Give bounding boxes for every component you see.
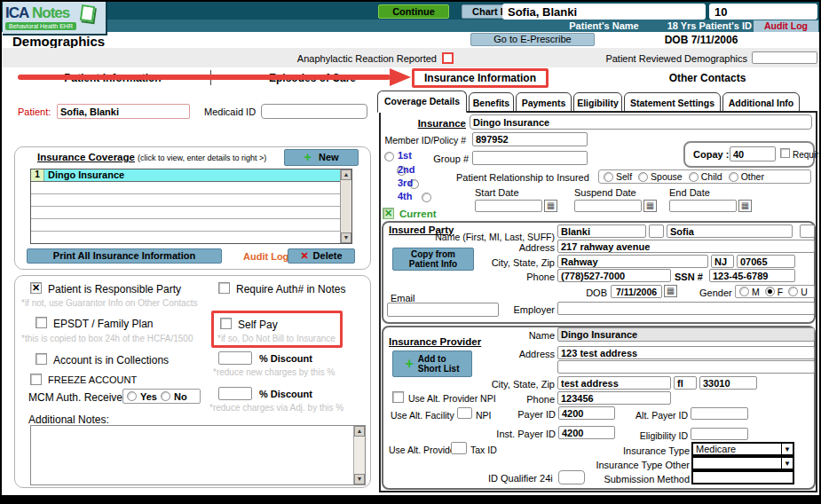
freeze-account-checkbox[interactable] — [30, 374, 42, 385]
use-alt-provider-npi-checkbox[interactable] — [392, 391, 404, 403]
calendar-icon[interactable]: ▦ — [643, 200, 657, 212]
end-date-field[interactable] — [669, 200, 737, 212]
tab-other-contacts[interactable]: Other Contacts — [636, 72, 778, 84]
patient-name-box[interactable]: Sofia, Blanki — [502, 4, 706, 20]
insurance-coverage-listbox[interactable]: 1 Dingo Insurance ▲ ▼ — [30, 169, 352, 244]
insurance-field[interactable] — [470, 114, 812, 130]
submission-method-field[interactable] — [691, 470, 794, 484]
insured-employer-field[interactable] — [557, 302, 815, 315]
relationship-child-radio[interactable] — [689, 172, 699, 182]
insured-zip-field[interactable] — [737, 255, 795, 268]
new-insurance-button[interactable]: + New — [284, 149, 359, 166]
scroll-up-icon[interactable]: ▲ — [341, 169, 351, 180]
epsdt-checkbox[interactable] — [36, 317, 47, 328]
copay-field[interactable] — [730, 146, 776, 161]
insured-last-name-field[interactable] — [557, 224, 646, 238]
discount1-field[interactable] — [218, 351, 252, 365]
insured-state-field[interactable] — [711, 255, 734, 268]
gender-m-radio[interactable] — [739, 287, 749, 296]
insured-email-field[interactable] — [387, 303, 499, 317]
notes-scrollbar[interactable]: ▲ ▼ — [353, 426, 365, 484]
continue-button[interactable]: Continue — [378, 4, 449, 19]
calendar-icon[interactable]: ▦ — [544, 200, 557, 212]
patient-name-field[interactable] — [57, 104, 190, 119]
responsible-party-checkbox[interactable]: ✕ — [30, 282, 42, 294]
eligibility-id-field[interactable] — [691, 428, 748, 440]
subtab-eligibility[interactable]: Eligibility — [573, 92, 622, 112]
scroll-up-icon[interactable]: ▲ — [354, 426, 365, 437]
alt-payer-id-field[interactable] — [691, 407, 748, 420]
insured-city-field[interactable] — [557, 255, 708, 268]
member-id-field[interactable] — [472, 132, 588, 146]
scroll-down-icon[interactable]: ▼ — [341, 232, 351, 243]
start-date-field[interactable] — [475, 200, 542, 212]
gender-u-radio[interactable] — [788, 287, 798, 296]
provider-phone-field[interactable] — [557, 391, 671, 405]
payer-id-field[interactable] — [558, 406, 615, 420]
insured-ssn-field[interactable] — [709, 269, 795, 282]
inst-payer-id-field[interactable] — [558, 426, 615, 439]
dropdown-arrow-icon[interactable]: ▼ — [781, 444, 793, 454]
tab-insurance-information[interactable]: Insurance Information — [424, 72, 536, 84]
insured-mi-field[interactable] — [649, 224, 664, 238]
self-pay-checkbox[interactable] — [220, 318, 232, 329]
require-auth-checkbox[interactable] — [218, 282, 230, 294]
relationship-spouse-radio[interactable] — [638, 172, 648, 182]
calendar-icon[interactable]: ▦ — [664, 285, 677, 297]
insured-dob-field[interactable] — [611, 285, 662, 298]
calendar-icon[interactable]: ▦ — [738, 200, 752, 212]
collections-checkbox[interactable] — [36, 353, 47, 365]
insurance-type-dropdown[interactable]: Medicare ▼ — [691, 442, 794, 456]
print-all-insurance-button[interactable]: Print All Insurance Information — [27, 248, 222, 264]
subtab-benefits[interactable]: Benefits — [469, 92, 514, 112]
delete-insurance-button[interactable]: ✕ Delete — [288, 248, 355, 264]
coverage-row-empty[interactable] — [31, 194, 351, 207]
dropdown-arrow-icon[interactable]: ▼ — [781, 458, 793, 469]
coverage-row-empty[interactable] — [31, 219, 351, 232]
patient-id-box[interactable]: 10 — [709, 4, 817, 20]
suspend-date-field[interactable] — [574, 200, 642, 212]
id-qualifier-field[interactable] — [558, 470, 585, 484]
relationship-other-radio[interactable] — [729, 172, 738, 182]
insured-address-field[interactable] — [557, 240, 815, 253]
mcm-yes-radio[interactable] — [127, 391, 137, 401]
subtab-coverage-details[interactable]: Coverage Details — [377, 91, 467, 113]
priority-1st-radio[interactable] — [384, 152, 394, 161]
additional-notes-textarea[interactable]: ▲ ▼ — [30, 425, 366, 485]
relationship-self-radio[interactable] — [604, 172, 613, 182]
insured-phone-field[interactable] — [557, 269, 671, 282]
provider-city-field[interactable] — [557, 376, 671, 390]
provider-address1-field[interactable] — [557, 346, 815, 359]
audit-log-header-link[interactable]: Audit Log — [754, 20, 818, 32]
current-checkbox[interactable]: ✕ — [383, 208, 394, 219]
eprescribe-button[interactable]: Go to E-Prescribe — [470, 33, 595, 46]
coverage-row-empty[interactable] — [31, 207, 351, 219]
medicaid-id-field[interactable] — [261, 104, 367, 119]
gender-f-radio[interactable] — [765, 287, 775, 296]
coverage-scrollbar[interactable]: ▲ ▼ — [340, 169, 351, 243]
insurance-type-other-dropdown[interactable]: ▼ — [691, 456, 794, 470]
scroll-down-icon[interactable]: ▼ — [354, 474, 365, 484]
discount2-field[interactable] — [218, 387, 252, 400]
provider-state-field[interactable] — [674, 376, 697, 390]
anaphylactic-checkbox[interactable] — [442, 52, 454, 64]
add-to-short-list-button[interactable]: + Add to Short List — [392, 350, 472, 377]
subtab-statement-settings[interactable]: Statement Settings — [624, 92, 721, 112]
use-alt-provider-box[interactable] — [451, 442, 467, 454]
coverage-row-empty[interactable] — [31, 182, 351, 194]
insured-suffix-field[interactable] — [800, 224, 815, 238]
coverage-row-empty[interactable] — [31, 232, 351, 243]
reviewed-input[interactable] — [752, 51, 817, 64]
use-alt-facility-box[interactable] — [457, 407, 472, 419]
insured-first-name-field[interactable] — [667, 224, 793, 238]
provider-name-field[interactable] — [557, 327, 815, 342]
provider-zip-field[interactable] — [699, 376, 757, 390]
subtab-additional-info[interactable]: Additional Info — [722, 92, 800, 112]
mcm-no-radio[interactable] — [161, 391, 170, 401]
coverage-row-selected[interactable]: 1 Dingo Insurance — [31, 169, 351, 182]
copay-required-checkbox[interactable] — [780, 148, 790, 158]
audit-log-link[interactable]: Audit Log — [243, 251, 288, 262]
group-field[interactable] — [472, 151, 588, 165]
subtab-payments[interactable]: Payments — [516, 92, 572, 112]
provider-address2-field[interactable] — [557, 360, 815, 374]
